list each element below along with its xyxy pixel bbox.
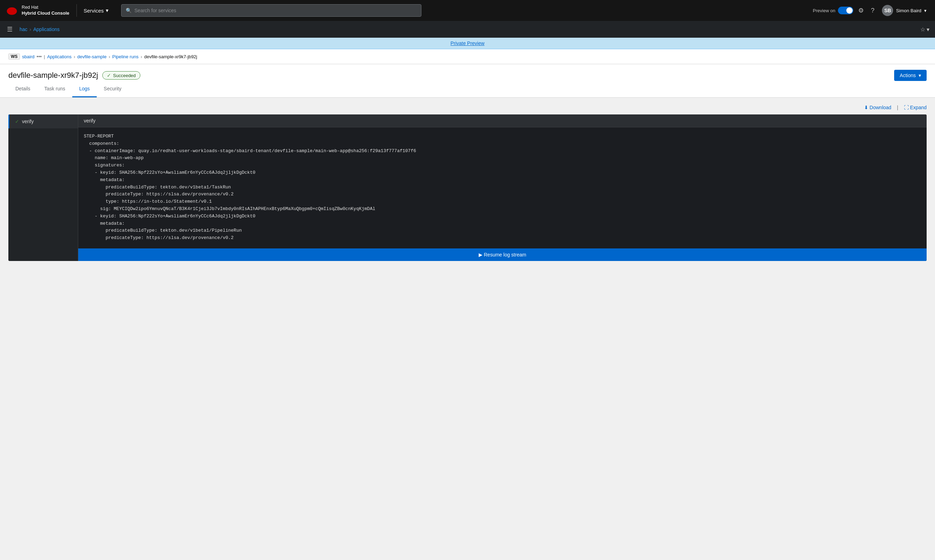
workspace-badge: WS bbox=[8, 53, 20, 60]
redhat-logo-icon bbox=[6, 4, 18, 17]
log-toolbar: ⬇ Download | ⛶ Expand bbox=[8, 105, 927, 110]
services-chevron-icon: ▾ bbox=[106, 7, 109, 14]
task-name: verify bbox=[22, 118, 34, 124]
brand-line2: Hybrid Cloud Console bbox=[22, 11, 69, 16]
log-header-title: verify bbox=[84, 118, 95, 123]
log-view-header: verify bbox=[78, 114, 927, 127]
breadcrumb-separator-1: › bbox=[30, 26, 31, 32]
actions-button[interactable]: Actions ▾ bbox=[894, 70, 927, 81]
avatar: SB bbox=[882, 5, 893, 16]
log-panel: ✓ verify verify STEP-REPORT components: … bbox=[8, 114, 927, 261]
download-icon: ⬇ bbox=[864, 105, 868, 110]
page-breadcrumb: WS sbaird ••• | Applications › devfile-s… bbox=[0, 49, 935, 64]
pipeline-runs-breadcrumb-link[interactable]: Pipeline runs bbox=[113, 54, 139, 59]
log-main: verify STEP-REPORT components: - contain… bbox=[78, 114, 927, 261]
brand: Red Hat Hybrid Cloud Console bbox=[6, 4, 77, 17]
user-chevron-icon: ▾ bbox=[924, 8, 927, 13]
avatar-initials: SB bbox=[884, 8, 891, 13]
bc-sep-1: | bbox=[44, 54, 45, 59]
actions-label: Actions bbox=[900, 72, 916, 78]
search-bar: 🔍 bbox=[121, 4, 421, 17]
hac-link[interactable]: hac bbox=[20, 26, 28, 32]
settings-button[interactable]: ⚙ bbox=[856, 5, 866, 16]
help-icon: ? bbox=[871, 7, 874, 14]
tab-security[interactable]: Security bbox=[97, 81, 128, 97]
private-preview-banner: Private Preview bbox=[0, 38, 935, 49]
log-sidebar: ✓ verify bbox=[8, 114, 78, 261]
expand-label: Expand bbox=[910, 105, 927, 110]
tab-task-runs[interactable]: Task runs bbox=[37, 81, 72, 97]
svg-point-1 bbox=[9, 9, 14, 13]
preview-toggle[interactable] bbox=[838, 7, 853, 14]
chevron-down-icon: ▾ bbox=[927, 26, 929, 33]
download-label: Download bbox=[870, 105, 891, 110]
bc-sep-2: › bbox=[74, 54, 75, 59]
expand-icon: ⛶ bbox=[904, 105, 909, 110]
download-button[interactable]: ⬇ Download bbox=[864, 105, 891, 110]
check-icon: ✓ bbox=[107, 72, 111, 78]
tabs-bar: Details Task runs Logs Security bbox=[0, 81, 935, 98]
gear-icon: ⚙ bbox=[858, 7, 864, 14]
private-preview-link[interactable]: Private Preview bbox=[451, 40, 484, 46]
user-menu-button[interactable]: SB Simon Baird ▾ bbox=[879, 3, 929, 17]
hamburger-button[interactable]: ☰ bbox=[6, 24, 14, 35]
expand-button[interactable]: ⛶ Expand bbox=[904, 105, 927, 110]
resume-label: ▶ Resume log stream bbox=[479, 252, 526, 257]
task-check-icon: ✓ bbox=[15, 118, 19, 124]
devfile-sample-breadcrumb-link[interactable]: devfile-sample bbox=[77, 54, 106, 59]
help-button[interactable]: ? bbox=[869, 5, 876, 16]
page-title-area: devfile-sample-xr9k7-jb92j ✓ Succeeded bbox=[8, 71, 140, 80]
status-badge: ✓ Succeeded bbox=[102, 71, 140, 80]
bc-sep-4: › bbox=[141, 54, 142, 59]
toolbar-divider: | bbox=[897, 105, 898, 110]
star-icon: ☆ bbox=[920, 26, 925, 33]
current-breadcrumb: devfile-sample-xr9k7-jb92j bbox=[144, 54, 197, 59]
bc-sep-3: › bbox=[109, 54, 110, 59]
brand-line1: Red Hat bbox=[22, 5, 69, 11]
log-container: ⬇ Download | ⛶ Expand ✓ verify verify ST… bbox=[0, 98, 935, 546]
resume-log-button[interactable]: ▶ Resume log stream bbox=[78, 248, 927, 261]
page-title: devfile-sample-xr9k7-jb92j bbox=[8, 71, 98, 80]
user-name: Simon Baird bbox=[896, 8, 921, 13]
search-icon: 🔍 bbox=[126, 8, 132, 13]
sbaird-breadcrumb-link[interactable]: sbaird bbox=[22, 54, 34, 59]
nav-right: Preview on ⚙ ? SB Simon Baird ▾ bbox=[813, 3, 929, 17]
breadcrumb-more-button[interactable]: ••• bbox=[37, 54, 42, 59]
services-menu-button[interactable]: Services ▾ bbox=[77, 0, 116, 21]
favorite-button[interactable]: ☆ ▾ bbox=[920, 26, 929, 33]
search-input[interactable] bbox=[134, 8, 417, 13]
services-label: Services bbox=[84, 8, 104, 14]
tab-logs[interactable]: Logs bbox=[72, 81, 97, 97]
preview-label: Preview on bbox=[813, 8, 835, 13]
applications-breadcrumb-link[interactable]: Applications bbox=[47, 54, 72, 59]
actions-chevron-icon: ▾ bbox=[919, 72, 921, 78]
status-label: Succeeded bbox=[113, 73, 136, 78]
log-content[interactable]: STEP-REPORT components: - containerImage… bbox=[78, 127, 927, 248]
secondary-navigation: ☰ hac › Applications ☆ ▾ bbox=[0, 21, 935, 38]
secondary-breadcrumb: hac › Applications bbox=[20, 26, 60, 32]
applications-link[interactable]: Applications bbox=[33, 26, 60, 32]
page-header: devfile-sample-xr9k7-jb92j ✓ Succeeded A… bbox=[0, 64, 935, 81]
tab-details[interactable]: Details bbox=[8, 81, 37, 97]
log-task-item-verify[interactable]: ✓ verify bbox=[8, 114, 78, 128]
top-navigation: Red Hat Hybrid Cloud Console Services ▾ … bbox=[0, 0, 935, 21]
